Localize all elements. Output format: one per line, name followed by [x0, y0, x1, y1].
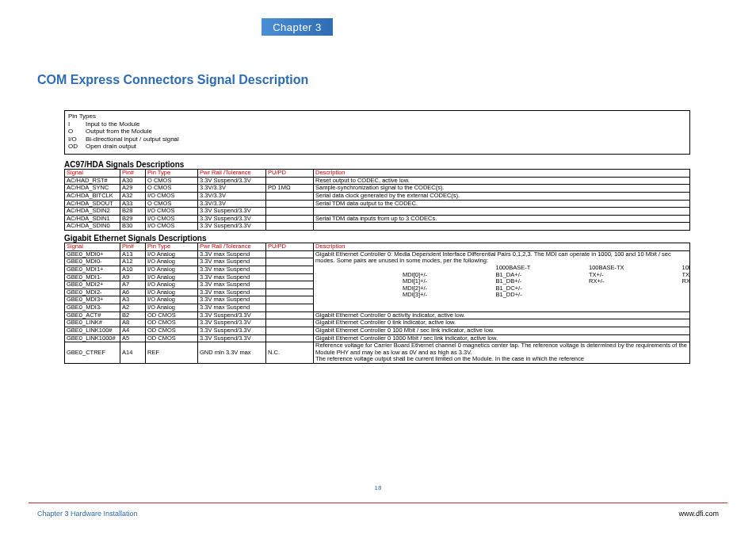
- col-header: PU/PD: [266, 170, 314, 178]
- table-row: GBE0_ACT#B2OD CMOS3.3V Suspend/3.3VGigab…: [65, 311, 690, 319]
- table-row: AC/HAD_RST#A30O CMOS3.3V Suspend/3.3VRes…: [65, 177, 690, 185]
- table-row: GBE0_LINK100#A4OD CMOS3.3V Suspend/3.3VG…: [65, 327, 690, 334]
- ac97-table: SignalPin#Pin TypePwr Rail /TolerancePU/…: [64, 169, 690, 231]
- gbe-title: Gigabit Ethernet Signals Descriptions: [64, 234, 690, 243]
- col-header: Description: [314, 170, 690, 178]
- pin-type-row: ODOpen drain output: [68, 143, 686, 151]
- gbe-table: SignalPin#Pin TypePwr Rail /TolerancePU/…: [64, 243, 690, 364]
- ac97-title: AC97/HDA Signals Descriptions: [64, 160, 690, 169]
- table-row: AC/HDA_BITCLKA32I/O CMOS3.3V/3.3VSerial …: [65, 192, 690, 200]
- col-header: Pwr Rail /Tolerance: [198, 170, 266, 178]
- table-row: AC/HDA_SDIN1B29I/O CMOS3.3V Suspend/3.3V…: [65, 215, 690, 223]
- table-row: AC/HDA_SDIN2B28I/O CMOS3.3V Suspend/3.3V: [65, 208, 690, 216]
- col-header: Signal: [65, 243, 120, 251]
- col-header: Pin#: [120, 170, 146, 178]
- footer-right: www.dfi.com: [678, 510, 719, 518]
- table-row: GBE0_MDI0+A13I/O Analog3.3V max SuspendG…: [65, 250, 690, 258]
- pin-types-box: Pin Types IInput to the ModuleOOutput fr…: [64, 110, 690, 155]
- pin-type-row: IInput to the Module: [68, 120, 686, 128]
- footer-left: Chapter 3 Hardware Installation: [37, 510, 138, 518]
- col-header: Pwr Rail /Tolerance: [198, 243, 266, 251]
- page-title: COM Express Connectors Signal Descriptio…: [37, 73, 308, 87]
- col-header: Pin Type: [146, 243, 198, 251]
- col-header: Pin#: [120, 243, 146, 251]
- table-row: AC/HDA_SDIN0B30I/O CMOS3.3V Suspend/3.3V: [65, 223, 690, 231]
- pin-types-header: Pin Types: [68, 113, 686, 120]
- pin-type-row: OOutput from the Module: [68, 128, 686, 136]
- col-header: Description: [314, 243, 690, 251]
- pin-type-row: I/OBi-directional input / output signal: [68, 136, 686, 143]
- table-row: GBE0_CTREFA14REFGND min 3.3V maxN.C.Refe…: [65, 342, 690, 364]
- table-row: GBE0_LINK#A8OD CMOS3.3V Suspend/3.3VGiga…: [65, 319, 690, 327]
- table-row: GBE0_LINK1000#A5OD CMOS3.3V Suspend/3.3V…: [65, 334, 690, 342]
- mdi-desc-cell: Gigabit Ethernet Controller 0: Media Dep…: [314, 250, 690, 311]
- page-number: 18: [0, 484, 756, 491]
- ac97-table-wrap: AC97/HDA Signals Descriptions SignalPin#…: [64, 160, 690, 231]
- col-header: Pin Type: [146, 170, 198, 178]
- chapter-tab: Chapter 3: [262, 18, 333, 36]
- footer-rule: [29, 503, 727, 503]
- col-header: PU/PD: [266, 243, 314, 251]
- col-header: Signal: [65, 170, 120, 178]
- table-row: AC/HDA_SYNCA29O CMOS3.3V/3.3VPD 1MΩSampl…: [65, 185, 690, 193]
- table-row: AC/HDA_SDOUTA33O CMOS3.3V/3.3VSerial TDM…: [65, 200, 690, 208]
- gbe-table-wrap: Gigabit Ethernet Signals Descriptions Si…: [64, 234, 690, 364]
